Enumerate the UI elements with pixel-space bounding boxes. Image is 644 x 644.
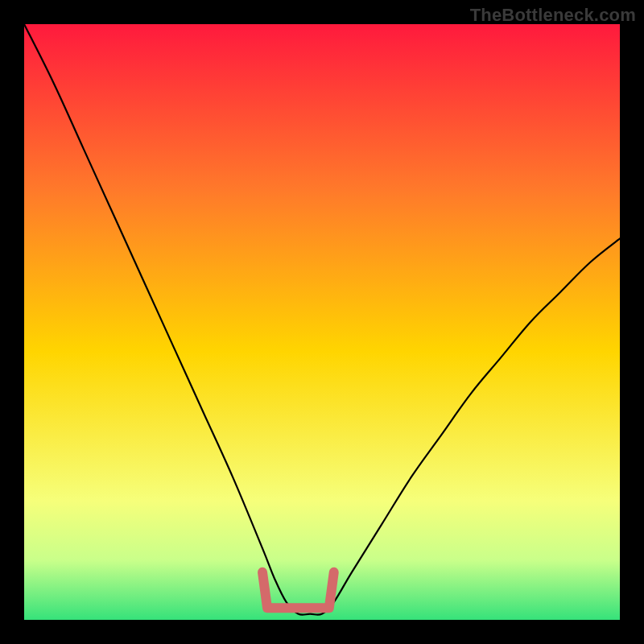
app-frame: TheBottleneck.com — [0, 0, 644, 644]
bottleneck-chart — [24, 24, 620, 620]
watermark-text: TheBottleneck.com — [470, 5, 636, 26]
chart-container — [24, 24, 620, 620]
